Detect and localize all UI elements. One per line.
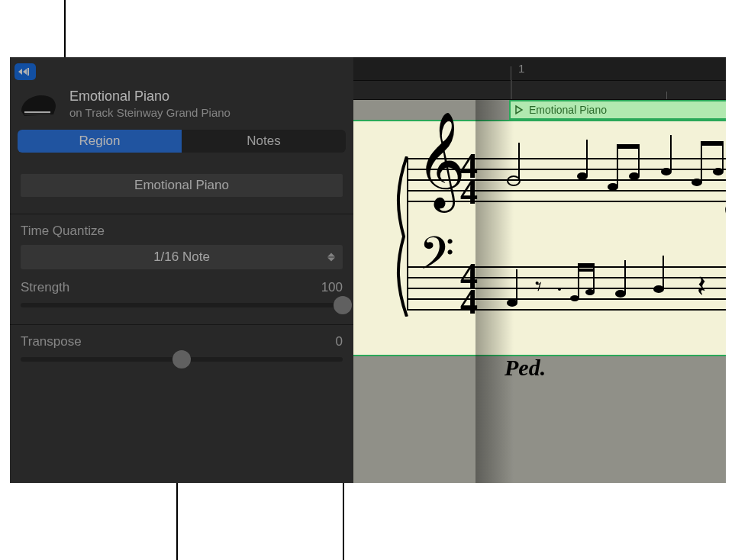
svg-point-14: [691, 179, 702, 186]
bar-number: 1: [518, 62, 524, 75]
svg-rect-32: [624, 260, 626, 294]
svg-point-5: [577, 172, 588, 180]
inspector-tabs: Region Notes: [18, 130, 346, 153]
callout-line: [64, 0, 66, 57]
svg-point-12: [661, 168, 672, 175]
piano-icon: [17, 89, 60, 119]
catch-playhead-button[interactable]: [15, 63, 36, 80]
tab-notes[interactable]: Notes: [182, 130, 346, 153]
svg-text:𝄽: 𝄽: [698, 276, 705, 295]
transpose-value: 0: [336, 334, 343, 349]
instrument-thumbnail: [16, 88, 60, 120]
transpose-slider[interactable]: [21, 357, 343, 362]
svg-rect-6: [586, 140, 588, 176]
transpose-label: Transpose: [21, 334, 82, 349]
strength-label: Strength: [21, 280, 69, 295]
time-quantize-value: 1/16 Note: [153, 249, 210, 265]
region-header-bar[interactable]: Emotional Piano: [509, 100, 726, 120]
callout-line: [343, 483, 344, 560]
svg-point-15: [713, 168, 724, 175]
svg-rect-18: [701, 141, 724, 146]
svg-point-7: [608, 183, 618, 191]
tab-region[interactable]: Region: [18, 130, 182, 153]
strength-slider[interactable]: [21, 303, 343, 307]
bass-notes: 𝄾 𝄽: [498, 256, 726, 332]
svg-rect-4: [518, 143, 520, 181]
treble-notes: [498, 135, 726, 227]
system-barline: [407, 158, 408, 309]
region-name-field[interactable]: [21, 174, 343, 197]
inspector-panel: Emotional Piano on Track Steinway Grand …: [10, 57, 353, 483]
divider: [10, 324, 353, 325]
svg-rect-0: [27, 68, 29, 76]
editor-window: Emotional Piano on Track Steinway Grand …: [10, 57, 726, 483]
region-subtitle: on Track Steinway Grand Piano: [69, 105, 230, 121]
treble-clef: 𝄞: [416, 112, 466, 210]
svg-rect-22: [516, 269, 517, 303]
callout-line: [176, 483, 178, 560]
ruler-tick: [511, 66, 511, 80]
region-badge-label: Emotional Piano: [529, 104, 607, 116]
strength-slider-thumb[interactable]: [334, 296, 352, 314]
svg-rect-29: [578, 263, 595, 267]
svg-rect-13: [670, 135, 672, 172]
region-header: Emotional Piano on Track Steinway Grand …: [10, 80, 353, 127]
svg-point-24: [558, 288, 561, 291]
divider: [10, 214, 353, 214]
catch-playhead-icon: [18, 66, 33, 77]
time-quantize-label: Time Quantize: [21, 224, 105, 239]
svg-rect-2: [24, 111, 50, 113]
region-title: Emotional Piano: [69, 88, 230, 105]
score-area: 1 Emotional Piano: [353, 57, 726, 483]
play-icon: [514, 105, 524, 115]
svg-point-33: [653, 285, 664, 293]
svg-rect-16: [701, 141, 702, 182]
svg-point-3: [508, 176, 520, 185]
svg-point-21: [507, 299, 517, 307]
chevron-updown-icon: [327, 253, 335, 261]
timeline-ruler[interactable]: 1: [353, 57, 726, 100]
svg-point-31: [615, 290, 626, 298]
transpose-slider-thumb[interactable]: [172, 350, 191, 369]
svg-rect-27: [578, 263, 579, 298]
svg-rect-11: [617, 144, 640, 149]
svg-rect-30: [578, 269, 595, 272]
svg-rect-9: [617, 144, 618, 187]
svg-rect-34: [662, 256, 664, 289]
bass-clef: 𝄢: [419, 228, 454, 291]
svg-rect-10: [638, 144, 640, 176]
svg-point-8: [629, 172, 640, 180]
time-sig-bottom: 4: [460, 172, 478, 212]
time-sig-bottom: 4: [460, 282, 478, 322]
svg-text:𝄾: 𝄾: [535, 281, 541, 291]
ruler-tick: [511, 80, 512, 99]
strength-value: 100: [321, 280, 343, 295]
ruler-tick: [666, 92, 667, 99]
score-page[interactable]: 𝄞 4 4 𝄢 4 4: [353, 120, 726, 356]
time-quantize-popup[interactable]: 1/16 Note: [21, 245, 343, 269]
pedal-marking: Ped.: [505, 355, 546, 381]
svg-rect-28: [593, 263, 595, 292]
